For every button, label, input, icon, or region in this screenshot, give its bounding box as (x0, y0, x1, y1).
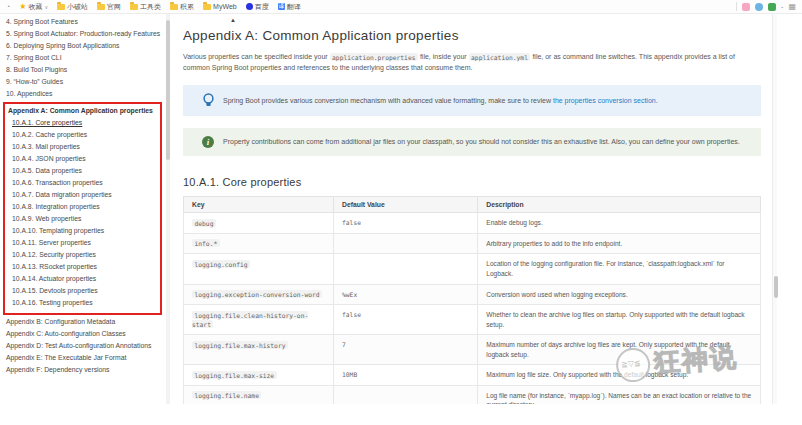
code-application-yml: application.yml (469, 53, 531, 61)
column-header-key: Key (184, 197, 334, 213)
apps-grid-icon[interactable]: ▦ (788, 3, 796, 11)
content-area: Appendix A: Common Application propertie… (171, 14, 771, 404)
sidebar-item-howto[interactable]: 9. “How-to” Guides (6, 78, 162, 87)
toolbar-extensions: - ▦ (736, 2, 796, 11)
extension-icon-pink[interactable] (742, 3, 750, 11)
table-row: logging.file.max-history7Maximum number … (184, 335, 761, 365)
property-description: Enable debug logs. (478, 213, 761, 234)
intro-paragraph: Various properties can be specified insi… (183, 51, 761, 73)
bookmark-baidu[interactable]: 百度 (246, 2, 269, 12)
bookmark-folder-5[interactable]: MyWeb (203, 3, 237, 10)
property-default: 10MB (342, 371, 357, 378)
bookmark-folder-3[interactable]: 工具类 (130, 2, 161, 12)
bookmark-folder-2[interactable]: 官网 (97, 2, 121, 12)
toc-sidebar: 4. Spring Boot Features 5. Spring Boot A… (0, 14, 166, 404)
folder-icon (203, 4, 211, 10)
folder-icon (130, 4, 138, 10)
property-description: Log file name (for instance, `myapp.log`… (478, 385, 761, 404)
sidebar-item-core-properties[interactable]: 10.A.1. Core properties (8, 119, 157, 128)
property-default: 7 (342, 341, 346, 348)
sidebar-appendix-a-header[interactable]: Appendix A: Common Application propertie… (8, 107, 157, 116)
sidebar-scrollbar[interactable] (166, 14, 170, 404)
extension-icon-green[interactable] (768, 3, 776, 11)
sidebar-item-mail-properties[interactable]: 10.A.3. Mail properties (8, 143, 157, 152)
table-row: info.*Arbitrary properties to add to the… (184, 233, 761, 254)
sidebar-item-server-properties[interactable]: 10.A.11. Server properties (8, 239, 157, 248)
table-row: logging.exception-conversion-word%wExCon… (184, 284, 761, 305)
column-header-default: Default Value (334, 197, 478, 213)
browser-icon[interactable]: ◔ (6, 3, 10, 10)
bookmark-folder-4[interactable]: 积累 (170, 2, 194, 12)
bookmark-folder-1[interactable]: 小破站 (57, 2, 88, 12)
sidebar-item-actuator-properties[interactable]: 10.A.14. Actuator properties (8, 275, 157, 284)
sidebar-item-features[interactable]: 4. Spring Boot Features (6, 18, 162, 27)
sidebar-item-actuator[interactable]: 5. Spring Boot Actuator: Production-read… (6, 30, 162, 39)
sidebar-item-devtools-properties[interactable]: 10.A.15. Devtools properties (8, 287, 157, 296)
sidebar-item-appendix-e[interactable]: Appendix E: The Executable Jar Format (6, 354, 162, 363)
sidebar-item-security-properties[interactable]: 10.A.12. Security properties (8, 251, 157, 260)
sidebar-item-integration-properties[interactable]: 10.A.8. Integration properties (8, 203, 157, 212)
bookmarks-bar: ◔ ★ 收藏 ∨ 小破站 官网 工具类 积累 MyWeb 百度 (0, 0, 802, 14)
note-admonition: i Property contributions can come from a… (183, 128, 761, 156)
table-row: logging.file.clean-history-on-startfalse… (184, 305, 761, 335)
translate-icon: 译 (278, 3, 285, 10)
bookmark-translate[interactable]: 译 翻译 (278, 2, 301, 12)
properties-conversion-link[interactable]: the properties conversion section (553, 97, 656, 104)
sidebar-item-appendix-b[interactable]: Appendix B: Configuration Metadata (6, 318, 162, 327)
table-row: logging.configLocation of the logging co… (184, 254, 761, 284)
browser-window: ◔ ★ 收藏 ∨ 小破站 官网 工具类 积累 MyWeb 百度 (0, 0, 802, 425)
property-description: Location of the logging configuration fi… (478, 254, 761, 284)
highlight-red-box: Appendix A: Common Application propertie… (3, 102, 162, 315)
sidebar-item-templating-properties[interactable]: 10.A.10. Templating properties (8, 227, 157, 236)
property-description: Conversion word used when logging except… (478, 284, 761, 305)
page-scrollbar[interactable] (772, 14, 777, 404)
property-default: %wEx (342, 291, 357, 298)
dash-glyph: - (781, 3, 783, 10)
sidebar-item-web-properties[interactable]: 10.A.9. Web properties (8, 215, 157, 224)
sidebar-item-appendix-d[interactable]: Appendix D: Test Auto-configuration Anno… (6, 342, 162, 351)
page-title: Appendix A: Common Application propertie… (183, 28, 761, 43)
tip-admonition: Spring Boot provides various conversion … (183, 85, 761, 116)
sidebar-item-appendix-f[interactable]: Appendix F: Dependency versions (6, 366, 162, 375)
sidebar-item-cache-properties[interactable]: 10.A.2. Cache properties (8, 131, 157, 140)
favorites-menu[interactable]: ★ 收藏 ∨ (19, 2, 48, 12)
chevron-down-icon: ∨ (44, 4, 48, 10)
property-key: logging.file.max-size (192, 371, 277, 379)
sidebar-item-data-migration-properties[interactable]: 10.A.7. Data migration properties (8, 191, 157, 200)
page-scrollbar-thumb[interactable] (774, 276, 778, 298)
property-description: Whether to clean the archive log files o… (478, 305, 761, 335)
property-key: logging.exception-conversion-word (192, 290, 322, 298)
extension-icon-blue[interactable] (755, 3, 763, 11)
sidebar-item-rsocket-properties[interactable]: 10.A.13. RSocket properties (8, 263, 157, 272)
note-text: Property contributions can come from add… (223, 137, 740, 148)
sidebar-item-cli[interactable]: 7. Spring Boot CLI (6, 54, 162, 63)
divider (736, 2, 737, 11)
property-key: logging.file.max-history (192, 341, 288, 349)
sidebar-item-appendix-c[interactable]: Appendix C: Auto-configuration Classes (6, 330, 162, 339)
core-properties-table: Key Default Value Description debugfalse… (183, 196, 761, 404)
sidebar-item-build-tools[interactable]: 8. Build Tool Plugins (6, 66, 162, 75)
baidu-icon (246, 3, 253, 10)
folder-icon (170, 4, 178, 10)
sidebar-item-deploying[interactable]: 6. Deploying Spring Boot Applications (6, 42, 162, 51)
property-key: logging.file.name (192, 391, 261, 399)
property-key: info.* (192, 239, 220, 247)
sidebar-item-testing-properties[interactable]: 10.A.16. Testing properties (8, 299, 157, 308)
sidebar-item-appendices[interactable]: 10. Appendices (6, 90, 162, 99)
sidebar-item-data-properties[interactable]: 10.A.5. Data properties (8, 167, 157, 176)
property-default: false (342, 219, 361, 226)
sidebar-item-json-properties[interactable]: 10.A.4. JSON properties (8, 155, 157, 164)
lightbulb-icon (193, 93, 223, 108)
column-header-description: Description (478, 197, 761, 213)
info-icon: i (193, 136, 223, 148)
property-key: debug (192, 219, 216, 227)
section-title: 10.A.1. Core properties (183, 176, 761, 188)
sidebar-item-transaction-properties[interactable]: 10.A.6. Transaction properties (8, 179, 157, 188)
property-default: false (342, 311, 361, 318)
tip-text: Spring Boot provides various conversion … (223, 96, 658, 107)
property-description: Arbitrary properties to add to the info … (478, 233, 761, 254)
table-header-row: Key Default Value Description (184, 197, 761, 213)
code-application-properties: application.properties (330, 53, 418, 61)
sidebar-scrollbar-thumb[interactable] (166, 20, 170, 160)
star-icon: ★ (19, 3, 26, 11)
